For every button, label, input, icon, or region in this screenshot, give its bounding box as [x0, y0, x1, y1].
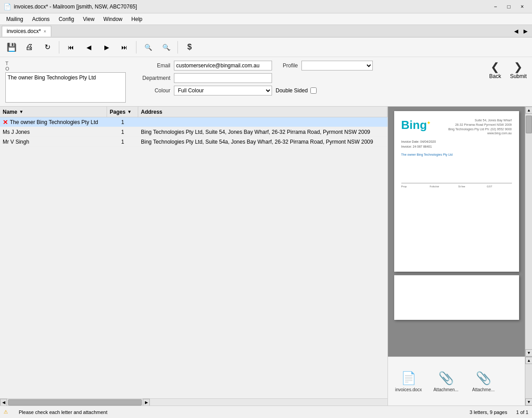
scroll-down-button[interactable]: ▼: [525, 349, 532, 356]
cell-address-3: Bing Technologies Pty Ltd, Suite 54a, Jo…: [138, 139, 388, 145]
menu-actions[interactable]: Actions: [28, 15, 54, 24]
colour-row: Colour Full Colour Black & White Greysca…: [135, 86, 480, 95]
maximize-button[interactable]: □: [503, 2, 515, 11]
department-input[interactable]: [174, 73, 272, 83]
cell-pages-2: 1: [107, 129, 138, 135]
attachment-1[interactable]: 📎 Attachmen...: [433, 371, 459, 392]
col-header-name[interactable]: Name ▼: [0, 107, 107, 117]
submit-button[interactable]: ❯ Submit: [510, 61, 527, 79]
col-header-address[interactable]: Address: [138, 107, 388, 117]
status-message: Please check each letter and attachment: [19, 410, 107, 415]
attach-scrollbar-v[interactable]: ▲ ▼: [525, 357, 532, 406]
last-button[interactable]: ⏭: [116, 39, 132, 55]
profile-select[interactable]: [301, 61, 373, 70]
menu-window[interactable]: Window: [99, 15, 127, 24]
list-item[interactable]: Ms J Jones 1 Bing Technologies Pty Ltd, …: [0, 127, 388, 137]
tab-invoices[interactable]: invoices.docx* ×: [2, 26, 51, 37]
next-button[interactable]: ▶: [99, 39, 115, 55]
menubar: Mailing Actions Config View Window Help: [0, 13, 532, 25]
attach-scroll-up[interactable]: ▲: [525, 357, 532, 364]
preview-scroll: Bing✦ Suite 54, Jones Bay Wharf 26-32 Pi…: [388, 107, 532, 356]
tab-close-button[interactable]: ×: [44, 29, 46, 34]
email-input[interactable]: [174, 61, 272, 70]
department-label: Department: [135, 75, 170, 81]
prev-button[interactable]: ◀: [81, 39, 97, 55]
first-button[interactable]: ⏮: [63, 39, 79, 55]
list-rows: ✕ The owner Bing Technologies Pty Ltd 1 …: [0, 117, 388, 147]
tab-navigation: ◀ ▶: [511, 27, 530, 35]
back-button[interactable]: ❮ Back: [489, 61, 501, 79]
double-sided-checkbox[interactable]: [310, 87, 317, 94]
refresh-button[interactable]: ↻: [39, 39, 55, 55]
cell-name-1: ✕ The owner Bing Technologies Pty Ltd: [0, 119, 107, 126]
department-row: Department: [135, 73, 480, 83]
status-right: 3 letters, 9 pages 1 of 1: [470, 410, 528, 415]
attachment-2[interactable]: 📎 Attachme...: [470, 371, 497, 392]
zoom-out-button[interactable]: 🔍−: [158, 39, 174, 55]
app-icon: 📄: [4, 3, 11, 10]
doc-recipient: The owner Bing Technologies Pty Ltd: [401, 153, 512, 156]
save-button[interactable]: 💾: [4, 39, 20, 55]
tab-prev-button[interactable]: ◀: [511, 27, 521, 35]
attachment-invoices[interactable]: 📄 invoices.docx: [395, 371, 422, 392]
doc-table: Prop Folio/str St fee GST: [401, 183, 512, 188]
list-item[interactable]: Mr V Singh 1 Bing Technologies Pty Ltd, …: [0, 137, 388, 147]
scroll-left-button[interactable]: ◀: [0, 399, 7, 406]
doc-col-folio: Folio/str: [430, 185, 455, 188]
doc-col-stfee: St fee: [458, 185, 483, 188]
to-box[interactable]: The owner Bing Technologies Pty Ltd: [5, 72, 126, 103]
menu-view[interactable]: View: [78, 15, 99, 24]
list-area: ✕ The owner Bing Technologies Pty Ltd 1 …: [0, 117, 388, 398]
attachment-doc-icon: 📄: [401, 371, 417, 385]
tab-next-button[interactable]: ▶: [521, 27, 530, 35]
attachment-1-label: Attachmen...: [433, 387, 458, 392]
email-label: Email: [135, 62, 170, 69]
menu-mailing[interactable]: Mailing: [2, 15, 28, 24]
window-title: invoices.docx* - Mailroom [jsmith, NSW, …: [14, 4, 489, 10]
scroll-thumb-v[interactable]: [526, 116, 532, 133]
list-item[interactable]: ✕ The owner Bing Technologies Pty Ltd 1: [0, 117, 388, 127]
cell-address-2: Bing Technologies Pty Ltd, Suite 54, Jon…: [138, 129, 388, 135]
separator-1: [59, 41, 59, 54]
attachments-content: 📄 invoices.docx 📎 Attachmen... 📎 Attachm…: [388, 357, 525, 406]
menu-help[interactable]: Help: [127, 15, 147, 24]
tab-label: invoices.docx*: [7, 28, 41, 34]
list-header: Name ▼ Pages ▼ Address: [0, 107, 388, 117]
scroll-up-button[interactable]: ▲: [525, 107, 532, 114]
nav-buttons: ❮ Back ❯ Submit: [489, 61, 527, 79]
left-section: Name ▼ Pages ▼ Address ✕: [0, 107, 388, 406]
warning-icon: ⚠: [4, 409, 8, 415]
attach-scroll-down[interactable]: ▼: [525, 398, 532, 406]
minimize-button[interactable]: −: [489, 2, 502, 11]
doc-address-block: Suite 54, Jones Bay Wharf 26-32 Pirrama …: [434, 118, 511, 136]
scroll-thumb-h[interactable]: [8, 399, 142, 406]
form-fields: Email Profile Department Colour Full Col…: [135, 61, 480, 95]
scroll-right-button[interactable]: ▶: [143, 399, 150, 406]
attachments-row: 📄 invoices.docx 📎 Attachmen... 📎 Attachm…: [388, 356, 532, 406]
document-page-2: [394, 275, 519, 320]
nav-row: ❮ Back ❯ Submit: [489, 61, 527, 79]
page-info: 1 of 1: [516, 410, 528, 415]
close-button[interactable]: ×: [516, 2, 528, 11]
bing-logo: Bing✦ Suite 54, Jones Bay Wharf 26-32 Pi…: [401, 118, 512, 136]
colour-select[interactable]: Full Colour Black & White Greyscale: [174, 86, 272, 95]
list-scrollbar-h[interactable]: ◀ ▶: [0, 398, 388, 406]
row-name-1: The owner Bing Technologies Pty Ltd: [10, 119, 98, 125]
menu-config[interactable]: Config: [54, 15, 78, 24]
content-area: Name ▼ Pages ▼ Address ✕: [0, 107, 532, 406]
preview-scrollbar-v[interactable]: ▲ ▼: [525, 107, 532, 356]
profile-label: Profile: [276, 62, 298, 69]
tabbar: invoices.docx* × ◀ ▶: [0, 25, 532, 37]
doc-col-prop: Prop: [401, 185, 426, 188]
attachment-invoices-label: invoices.docx: [395, 387, 422, 392]
currency-button[interactable]: $: [181, 39, 198, 55]
back-label: Back: [489, 73, 501, 79]
submit-label: Submit: [510, 73, 527, 79]
col-header-pages[interactable]: Pages ▼: [107, 107, 138, 117]
letter-count: 3 letters, 9 pages: [470, 410, 507, 415]
zoom-in-button[interactable]: 🔍: [140, 39, 156, 55]
row-name-2: Ms J Jones: [3, 129, 30, 135]
to-area: T O The owner Bing Technologies Pty Ltd: [5, 61, 126, 103]
to-label: T O: [5, 61, 126, 71]
print-button[interactable]: 🖨: [21, 39, 37, 55]
